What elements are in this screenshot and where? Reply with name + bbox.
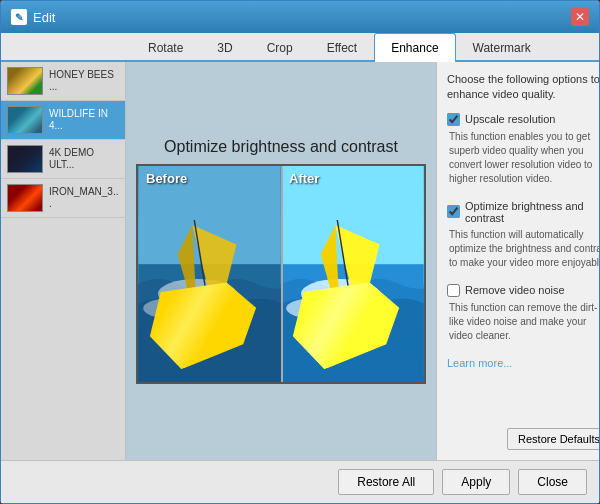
svg-point-3	[143, 299, 192, 319]
sidebar-label-4k: 4K DEMO ULT...	[49, 147, 119, 171]
main-content: HONEY BEES ... WILDLIFE IN 4... 4K DEMO …	[1, 62, 599, 460]
sidebar-thumb-wildlife	[7, 106, 43, 134]
svg-point-5	[176, 325, 235, 337]
svg-point-11	[286, 299, 335, 319]
after-half: After	[281, 166, 424, 382]
close-button[interactable]: Close	[518, 469, 587, 495]
sidebar-label-honeybees: HONEY BEES ...	[49, 69, 119, 93]
content-area: Optimize brightness and contrast	[126, 62, 436, 460]
tab-crop[interactable]: Crop	[250, 33, 310, 62]
tab-rotate[interactable]: Rotate	[131, 33, 200, 62]
after-label: After	[289, 171, 319, 186]
tab-effect[interactable]: Effect	[310, 33, 374, 62]
brightness-description: This function will automatically optimiz…	[447, 228, 599, 270]
tab-enhance[interactable]: Enhance	[374, 33, 455, 62]
brightness-checkbox-row: Optimize brightness and contrast	[447, 200, 599, 224]
sidebar-thumb-ironman	[7, 184, 43, 212]
svg-point-6	[200, 306, 210, 316]
svg-point-14	[343, 306, 353, 316]
apply-button[interactable]: Apply	[442, 469, 510, 495]
window-title: Edit	[33, 10, 55, 25]
before-label: Before	[146, 171, 187, 186]
title-bar-left: ✎ Edit	[11, 9, 55, 25]
after-image	[281, 166, 424, 382]
title-bar: ✎ Edit ✕	[1, 1, 599, 33]
right-panel: Choose the following options to enhance …	[436, 62, 599, 460]
before-image	[138, 166, 281, 382]
upscale-checkbox[interactable]	[447, 113, 460, 126]
tab-3d[interactable]: 3D	[200, 33, 249, 62]
upscale-checkbox-row: Upscale resolution	[447, 113, 599, 126]
option-group-brightness: Optimize brightness and contrast This fu…	[447, 200, 599, 276]
preview-area: Optimize brightness and contrast	[126, 62, 436, 460]
sidebar-label-ironman: IRON_MAN_3...	[49, 186, 119, 210]
svg-point-10	[301, 279, 380, 308]
sidebar-thumb-4k	[7, 145, 43, 173]
restore-all-button[interactable]: Restore All	[338, 469, 434, 495]
tab-bar: Rotate 3D Crop Effect Enhance Watermark	[1, 33, 599, 62]
tab-watermark[interactable]: Watermark	[456, 33, 548, 62]
sidebar-item-wildlife[interactable]: WILDLIFE IN 4...	[1, 101, 125, 140]
upscale-label[interactable]: Upscale resolution	[465, 113, 556, 125]
noise-label[interactable]: Remove video noise	[465, 284, 565, 296]
noise-description: This function can remove the dirt-like v…	[447, 301, 599, 343]
option-group-noise: Remove video noise This function can rem…	[447, 284, 599, 349]
window-close-button[interactable]: ✕	[571, 8, 589, 26]
restore-defaults-button[interactable]: Restore Defaults	[507, 428, 599, 450]
brightness-label[interactable]: Optimize brightness and contrast	[465, 200, 599, 224]
before-after-container: Before	[136, 164, 426, 384]
restore-defaults-area: Restore Defaults	[447, 420, 599, 450]
learn-more-link[interactable]: Learn more...	[447, 357, 599, 369]
main-window: ✎ Edit ✕ Rotate 3D Crop Effect Enhance W…	[0, 0, 600, 504]
bottom-bar: Restore All Apply Close	[1, 460, 599, 503]
preview-title: Optimize brightness and contrast	[164, 138, 398, 156]
brightness-checkbox[interactable]	[447, 205, 460, 218]
upscale-description: This function enables you to get superb …	[447, 130, 599, 186]
sidebar-label-wildlife: WILDLIFE IN 4...	[49, 108, 119, 132]
svg-point-2	[158, 279, 237, 308]
sidebar-item-4k[interactable]: 4K DEMO ULT...	[1, 140, 125, 179]
sidebar-item-ironman[interactable]: IRON_MAN_3...	[1, 179, 125, 218]
option-group-upscale: Upscale resolution This function enables…	[447, 113, 599, 192]
right-panel-description: Choose the following options to enhance …	[447, 72, 599, 103]
svg-point-13	[319, 325, 378, 337]
svg-line-7	[202, 316, 205, 331]
window-icon: ✎	[11, 9, 27, 25]
sidebar-thumb-honeybees	[7, 67, 43, 95]
divider-line	[281, 166, 283, 382]
svg-line-15	[345, 316, 348, 331]
sidebar-item-honeybees[interactable]: HONEY BEES ...	[1, 62, 125, 101]
before-half: Before	[138, 166, 281, 382]
noise-checkbox[interactable]	[447, 284, 460, 297]
noise-checkbox-row: Remove video noise	[447, 284, 599, 297]
sidebar: HONEY BEES ... WILDLIFE IN 4... 4K DEMO …	[1, 62, 126, 460]
